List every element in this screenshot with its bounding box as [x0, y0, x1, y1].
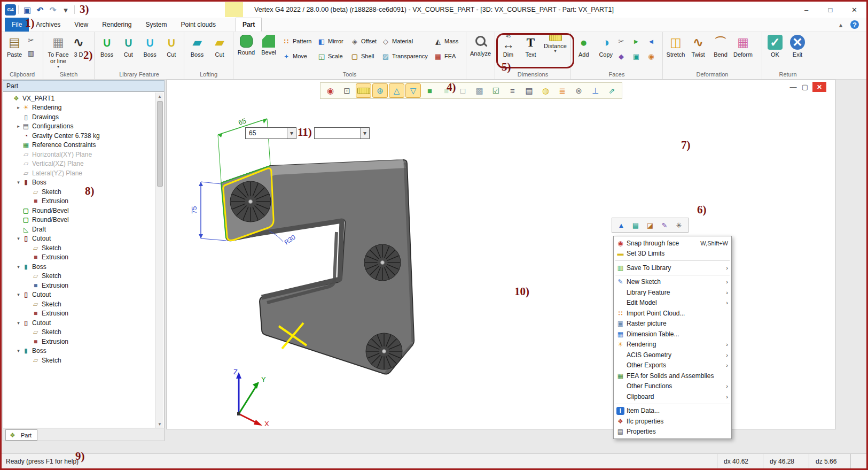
mass-button[interactable]: ◭ Mass	[433, 36, 460, 47]
tree-expander-icon[interactable]: ▾	[15, 292, 22, 297]
analyze-button[interactable]: Analyze	[468, 34, 493, 58]
pin-button[interactable]: ◉	[323, 83, 338, 98]
menu-item-other-functions[interactable]: Other Functions›	[614, 381, 731, 392]
distance-button[interactable]: Distance ▾	[542, 34, 569, 55]
menu-system[interactable]: System	[139, 18, 174, 32]
tree-expander-icon[interactable]: ▾	[15, 236, 22, 241]
tree-item-sketch[interactable]: ▱Sketch	[3, 328, 164, 337]
undo-icon[interactable]: ↶	[34, 4, 46, 16]
menu-item-ifc-properties[interactable]: ❖Ifc properties	[614, 416, 731, 427]
move-button[interactable]: + Move	[281, 51, 314, 61]
round-button[interactable]: Round	[235, 34, 257, 57]
ok-button[interactable]: ✓ OK	[764, 34, 786, 59]
scroll-up-icon[interactable]: ▲	[156, 93, 163, 101]
tree-item-extrusion[interactable]: ■Extrusion	[3, 281, 164, 290]
help-icon[interactable]: ?	[850, 20, 859, 29]
chevron-down-icon[interactable]: ▾	[360, 128, 369, 138]
tree-item-boss[interactable]: ▾▮Boss	[3, 346, 164, 356]
value-dropdown-1[interactable]: 65 ▾	[245, 127, 296, 139]
axis-button[interactable]: ⊥	[588, 83, 603, 98]
menu-item-new-sketch[interactable]: ✎New Sketch›	[614, 277, 731, 288]
box-outline-button[interactable]: □	[455, 83, 471, 98]
face-rep-icon[interactable]: ▣	[632, 52, 640, 60]
menu-item-snap-through-face[interactable]: ◉Snap through faceW,Shift+W	[614, 238, 731, 249]
menu-item-library-feature[interactable]: Library Feature›	[614, 287, 731, 298]
menu-item-import-point-cloud-[interactable]: ∷Import Point Cloud...	[614, 308, 731, 319]
tree-item-boss[interactable]: ▾▮Boss	[3, 262, 164, 272]
lamp-button[interactable]: ◍	[538, 83, 553, 98]
viewport-restore-button[interactable]: ▢	[801, 83, 809, 91]
loft-boss-button[interactable]: ▰ Boss	[186, 34, 208, 59]
tree-item-sketch[interactable]: ▱Sketch	[3, 356, 164, 365]
snap-mid-button[interactable]: △	[389, 83, 404, 98]
tree-item-round-bevel[interactable]: ▢Round/Bevel	[3, 206, 164, 215]
sketch-3d-button[interactable]: ∿ 3 D	[72, 34, 85, 59]
export-button[interactable]: ⇗	[604, 83, 620, 98]
exit-button[interactable]: ✕ Exit	[786, 34, 809, 59]
menu-rendering[interactable]: Rendering	[95, 18, 138, 32]
offset-button[interactable]: ◈ Offset	[349, 36, 378, 47]
3d-viewport[interactable]: — ▢ ✕ ◉⊡⊕△▽■■□▩☑≡▤◍≣⊗⊥⇗ 65 ▾ ▾	[166, 80, 836, 429]
value-dropdown-2[interactable]: ▾	[314, 127, 370, 139]
chevron-down-icon[interactable]: ▾	[287, 128, 296, 138]
library-boss2-button[interactable]: ∪ Boss	[139, 34, 161, 59]
material-button[interactable]: ◇ Material	[380, 36, 431, 47]
add-face-button[interactable]: ● Add	[573, 34, 595, 59]
tree-item-sketch[interactable]: ▱Sketch	[3, 243, 164, 253]
tree-expander-icon[interactable]: ▸	[15, 105, 22, 110]
tree-item-sketch[interactable]: ▱Sketch	[3, 299, 164, 309]
tree-scrollbar[interactable]: ▲ ▼	[155, 93, 163, 428]
collapse-ribbon-icon[interactable]: ▴	[836, 20, 845, 29]
sheets-button[interactable]: ▤	[521, 83, 537, 98]
tree-item-draft[interactable]: ◺Draft	[3, 225, 164, 234]
tree-item-vertical-xz-plane[interactable]: ▱Vertical(XZ) Plane	[3, 159, 164, 169]
cx-gear-button[interactable]: ✳	[672, 219, 685, 232]
cx-eraser-button[interactable]: ◪	[644, 219, 656, 232]
cx-wand-button[interactable]: ✎	[658, 219, 671, 232]
snap-node-button[interactable]: ⊕	[372, 83, 388, 98]
menu-item-acis-geometry[interactable]: ACIS Geometry›	[614, 350, 731, 360]
layers-button[interactable]: ≣	[554, 83, 570, 98]
shell-button[interactable]: ▢ Shell	[349, 51, 378, 61]
cut-icon[interactable]: ✂	[27, 36, 35, 44]
face-diam-icon[interactable]: ◆	[617, 52, 625, 60]
tab-part[interactable]: Part	[236, 18, 262, 32]
library-cut-button[interactable]: ∪ Cut	[118, 34, 139, 59]
tree-item-cutout[interactable]: ▾▯Cutout	[3, 318, 164, 328]
menu-archives[interactable]: Archives	[29, 18, 67, 32]
face-tgt-icon[interactable]: ◉	[647, 52, 655, 60]
scrollbar-thumb[interactable]	[157, 101, 163, 187]
tree-item-cutout[interactable]: ▾▯Cutout	[3, 290, 164, 300]
sheet-list-button[interactable]: ≡	[505, 83, 520, 98]
tree-item-vx-part1[interactable]: ❖VX_PART1	[3, 94, 164, 103]
transparency-button[interactable]: ▨ Transparency	[380, 51, 431, 61]
tree-item-rendering[interactable]: ▸☀Rendering	[3, 103, 164, 113]
bend-button[interactable]: ⌒ Bend	[709, 34, 732, 59]
tree-expander-icon[interactable]: ▾	[15, 348, 22, 353]
tree-item-gravity-center-6-738-kg[interactable]: ◔Gravity Center 6.738 kg	[3, 131, 164, 141]
snap-int-button[interactable]: ▽	[405, 83, 421, 98]
fea-button[interactable]: ▦ FEA	[433, 51, 460, 61]
dim-button[interactable]: 45↔ Dim	[497, 34, 520, 59]
loft-cut-button[interactable]: ▰ Cut	[208, 34, 231, 59]
menu-file[interactable]: File	[5, 18, 29, 32]
close-button[interactable]: ✕	[842, 2, 866, 18]
copy-face-button[interactable]: ◑ Copy	[595, 34, 617, 59]
tree-item-extrusion[interactable]: ■Extrusion	[3, 253, 164, 263]
redo-icon[interactable]: ↷	[46, 4, 59, 16]
menu-item-rendering[interactable]: ☀Rendering›	[614, 340, 731, 350]
menu-item-fea-for-solids-and-assemblies[interactable]: ▦FEA for Solids and Assemblies	[614, 371, 731, 381]
tree-item-extrusion[interactable]: ■Extrusion	[3, 309, 164, 319]
tree-tab-part[interactable]: ❖ Part	[5, 429, 37, 441]
menu-item-clipboard[interactable]: Clipboard›	[614, 391, 731, 402]
tree-item-configurations[interactable]: ▸▤Configurations	[3, 122, 164, 132]
tree-item-boss[interactable]: ▾▮Boss	[3, 178, 164, 188]
tree-expander-icon[interactable]: ▾	[15, 320, 22, 326]
scale-button[interactable]: ◱ Scale	[316, 51, 347, 61]
text-button[interactable]: T Text	[520, 34, 542, 59]
menu-item-other-exports[interactable]: Other Exports›	[614, 360, 731, 371]
twist-button[interactable]: ∿ Twist	[687, 34, 709, 59]
quickbar-dropdown-icon[interactable]: ▾	[59, 4, 72, 16]
minimize-button[interactable]: –	[794, 2, 818, 18]
tree-item-drawings[interactable]: ▯Drawings	[3, 112, 164, 122]
